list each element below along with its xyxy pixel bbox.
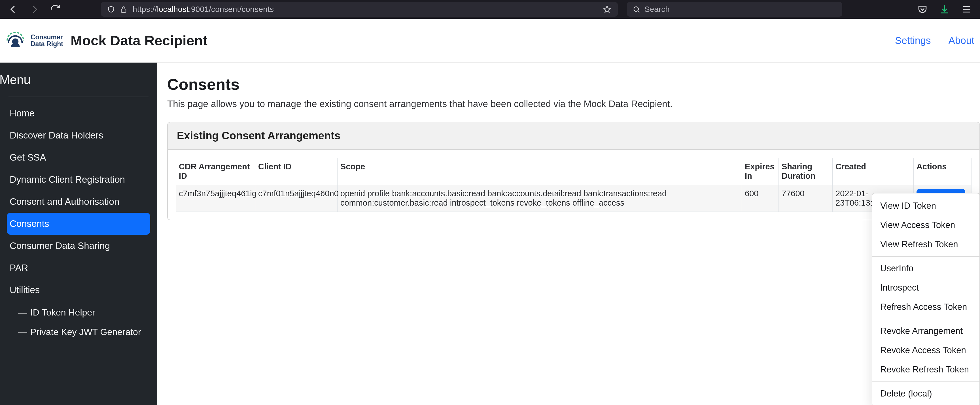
sidebar-divider	[8, 97, 148, 97]
dropdown-divider	[872, 256, 980, 257]
card-body: CDR Arrangement ID Client ID Scope Expir…	[168, 150, 980, 220]
dropdown-item-introspect[interactable]: Introspect	[872, 278, 980, 297]
table-header-row: CDR Arrangement ID Client ID Scope Expir…	[176, 158, 972, 185]
browser-chrome-bar: https://localhost:9001/consent/consents …	[0, 0, 980, 19]
dropdown-item-userinfo[interactable]: UserInfo	[872, 259, 980, 278]
sidebar-item-dcr[interactable]: Dynamic Client Registration	[7, 168, 150, 191]
th-actions: Actions	[914, 158, 972, 185]
main-content: Consents This page allows you to manage …	[157, 63, 980, 405]
sidebar-title: Menu	[0, 73, 157, 97]
addr-security-icons	[107, 5, 127, 13]
sidebar-sub-idtoken[interactable]: ID Token Helper	[15, 303, 150, 322]
logo-text-line2: Data Right	[30, 40, 63, 47]
consents-card: Existing Consent Arrangements CDR Arrang…	[167, 122, 980, 220]
browser-right-icons	[906, 4, 972, 15]
bookmark-star-wrap	[603, 5, 612, 14]
cell-scope: openid profile bank:accounts.basic:read …	[337, 185, 742, 212]
app-body: Menu Home Discover Data Holders Get SSA …	[0, 63, 980, 405]
table-row: c7mf3n75ajjjteq461ig c7mf01n5ajjjteq460n…	[176, 185, 972, 212]
app-title: Mock Data Recipient	[70, 33, 207, 48]
th-arrangement: CDR Arrangement ID	[176, 158, 255, 185]
sidebar-item-getssa[interactable]: Get SSA	[7, 146, 150, 168]
app-header: Consumer Data Right Mock Data Recipient …	[0, 19, 980, 63]
cell-client: c7mf01n5ajjjteq460n0	[255, 185, 337, 212]
about-link[interactable]: About	[948, 35, 974, 46]
sidebar-sub-pkjwt[interactable]: Private Key JWT Generator	[15, 322, 150, 342]
browser-search-box[interactable]: Search	[627, 2, 842, 17]
hamburger-icon[interactable]	[961, 4, 972, 15]
star-icon[interactable]	[603, 5, 612, 14]
app-logo[interactable]: Consumer Data Right	[4, 29, 63, 52]
sidebar-item-consents[interactable]: Consents	[7, 213, 150, 235]
dropdown-item-revoke-arrangement[interactable]: Revoke Arrangement	[872, 321, 980, 341]
consents-table: CDR Arrangement ID Client ID Scope Expir…	[176, 158, 972, 212]
sidebar: Menu Home Discover Data Holders Get SSA …	[0, 63, 157, 405]
header-links: Settings About	[895, 35, 980, 46]
actions-dropdown: View ID Token View Access Token View Ref…	[872, 193, 980, 405]
th-created: Created	[833, 158, 914, 185]
page-title: Consents	[167, 75, 980, 94]
url-host: localhost	[157, 5, 189, 14]
cell-expires: 600	[742, 185, 779, 212]
logo-text-line1: Consumer	[30, 34, 63, 40]
downloads-icon[interactable]	[939, 4, 950, 15]
address-text: https://localhost:9001/consent/consents	[133, 5, 597, 14]
dropdown-item-revoke-refresh-token[interactable]: Revoke Refresh Token	[872, 360, 980, 379]
dropdown-divider	[872, 381, 980, 382]
sidebar-item-home[interactable]: Home	[7, 102, 150, 124]
svg-point-1	[634, 7, 638, 11]
url-path: :9001/consent/consents	[189, 5, 274, 14]
address-bar[interactable]: https://localhost:9001/consent/consents	[101, 2, 618, 17]
th-duration: Sharing Duration	[779, 158, 833, 185]
search-placeholder: Search	[644, 5, 670, 14]
sidebar-item-discover[interactable]: Discover Data Holders	[7, 124, 150, 146]
dropdown-item-view-id-token[interactable]: View ID Token	[872, 196, 980, 216]
dropdown-item-view-refresh-token[interactable]: View Refresh Token	[872, 235, 980, 254]
th-client: Client ID	[255, 158, 337, 185]
sidebar-item-utilities[interactable]: Utilities	[7, 279, 150, 301]
sidebar-item-consentauth[interactable]: Consent and Authorisation	[7, 191, 150, 213]
dropdown-item-delete-local[interactable]: Delete (local)	[872, 384, 980, 403]
lock-icon	[119, 5, 127, 13]
url-protocol: https://	[133, 5, 157, 14]
cell-duration: 77600	[779, 185, 833, 212]
pocket-icon[interactable]	[917, 4, 928, 15]
cdr-logo-icon	[4, 29, 27, 52]
page-description: This page allows you to manage the exist…	[167, 98, 980, 109]
card-header: Existing Consent Arrangements	[168, 122, 980, 150]
search-icon	[633, 5, 641, 13]
sidebar-nav: Home Discover Data Holders Get SSA Dynam…	[0, 102, 157, 342]
shield-icon	[107, 5, 115, 13]
logo-text-block: Consumer Data Right	[30, 34, 63, 47]
cell-arrangement: c7mf3n75ajjjteq461ig	[176, 185, 255, 212]
dropdown-item-refresh-access-token[interactable]: Refresh Access Token	[872, 297, 980, 317]
browser-nav-cluster	[8, 4, 60, 15]
svg-rect-0	[121, 9, 126, 13]
th-scope: Scope	[337, 158, 742, 185]
forward-icon[interactable]	[29, 4, 40, 15]
sidebar-utilities-sublist: ID Token Helper Private Key JWT Generato…	[7, 301, 150, 342]
sidebar-item-cds[interactable]: Consumer Data Sharing	[7, 235, 150, 257]
th-expires: Expires In	[742, 158, 779, 185]
reload-icon[interactable]	[50, 4, 60, 15]
dropdown-item-view-access-token[interactable]: View Access Token	[872, 216, 980, 235]
back-icon[interactable]	[8, 4, 19, 15]
dropdown-item-revoke-access-token[interactable]: Revoke Access Token	[872, 341, 980, 360]
settings-link[interactable]: Settings	[895, 35, 931, 46]
sidebar-item-par[interactable]: PAR	[7, 257, 150, 279]
